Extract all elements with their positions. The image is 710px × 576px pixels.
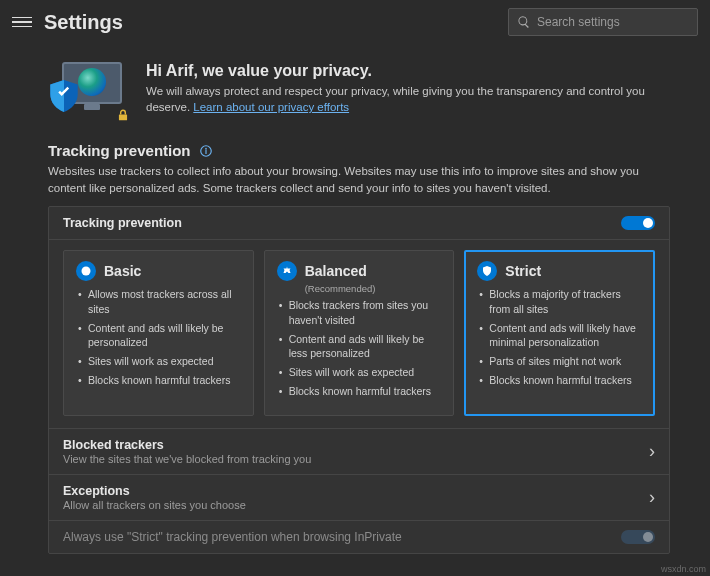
privacy-efforts-link[interactable]: Learn about our privacy efforts [193,101,349,113]
chevron-right-icon: › [649,441,655,462]
chevron-right-icon: › [649,487,655,508]
svg-point-3 [82,267,91,276]
exceptions-row[interactable]: Exceptions Allow all trackers on sites y… [49,475,669,521]
tracking-prevention-panel: Tracking prevention BasicAllows most tra… [48,206,670,554]
info-icon[interactable] [199,144,213,158]
exceptions-sub: Allow all trackers on sites you choose [63,499,246,511]
level-title: Balanced [305,263,367,279]
hero-body: We will always protect and respect your … [146,83,670,115]
strict-icon [477,261,497,281]
section-description: Websites use trackers to collect info ab… [48,163,670,196]
basic-icon [76,261,96,281]
search-box[interactable] [508,8,698,36]
watermark: wsxdn.com [661,564,706,574]
page-title: Settings [44,11,123,34]
hero-title: Hi Arif, we value your privacy. [146,62,670,80]
level-bullet: Sites will work as expected [76,354,241,368]
level-bullet: Allows most trackers across all sites [76,287,241,315]
inprivate-strict-row: Always use "Strict" tracking prevention … [49,521,669,553]
level-card-strict[interactable]: StrictBlocks a majority of trackers from… [464,250,655,416]
level-bullet: Parts of sites might not work [477,354,642,368]
level-bullet: Blocks known harmful trackers [76,373,241,387]
section-title: Tracking prevention [48,142,191,159]
svg-rect-0 [119,114,127,120]
level-bullet: Blocks known harmful trackers [477,373,642,387]
edge-logo-icon [78,68,106,96]
level-recommended: (Recommended) [305,283,442,294]
search-input[interactable] [537,15,689,29]
privacy-hero: Hi Arif, we value your privacy. We will … [48,44,670,134]
exceptions-label: Exceptions [63,484,246,498]
level-bullet: Blocks trackers from sites you haven't v… [277,298,442,326]
tracking-master-label: Tracking prevention [63,216,182,230]
level-title: Strict [505,263,541,279]
lock-icon [116,108,130,122]
shield-icon [50,80,78,112]
level-bullet: Content and ads will likely have minimal… [477,321,642,349]
level-bullet: Content and ads will likely be less pers… [277,332,442,360]
inprivate-strict-label: Always use "Strict" tracking prevention … [63,530,402,544]
level-card-balanced[interactable]: Balanced(Recommended)Blocks trackers fro… [264,250,455,416]
level-bullet: Blocks a majority of trackers from all s… [477,287,642,315]
level-title: Basic [104,263,141,279]
svg-point-2 [205,148,206,149]
tracking-master-toggle[interactable] [621,216,655,230]
level-bullet: Blocks known harmful trackers [277,384,442,398]
level-bullet: Sites will work as expected [277,365,442,379]
privacy-hero-illustration [48,62,128,120]
blocked-trackers-label: Blocked trackers [63,438,311,452]
blocked-trackers-sub: View the sites that we've blocked from t… [63,453,311,465]
balanced-icon [277,261,297,281]
inprivate-strict-toggle[interactable] [621,530,655,544]
search-icon [517,15,531,29]
level-bullet: Content and ads will likely be personali… [76,321,241,349]
menu-button[interactable] [12,12,32,32]
blocked-trackers-row[interactable]: Blocked trackers View the sites that we'… [49,429,669,475]
level-card-basic[interactable]: BasicAllows most trackers across all sit… [63,250,254,416]
tracking-master-row: Tracking prevention [49,207,669,240]
